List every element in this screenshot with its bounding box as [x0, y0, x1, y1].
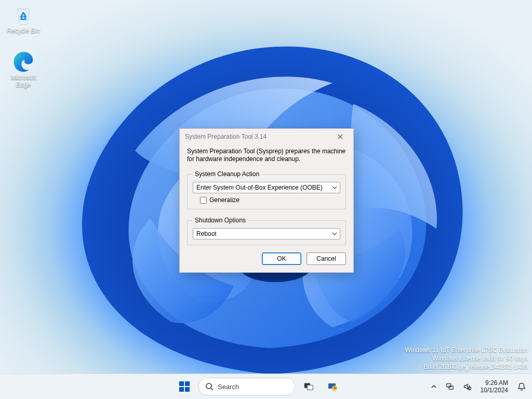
clock-date: 10/1/2024 — [481, 387, 508, 394]
close-button[interactable] — [331, 131, 349, 142]
generalize-checkbox[interactable] — [200, 197, 207, 204]
dialog-title: System Preparation Tool 3.14 — [185, 133, 267, 140]
activation-watermark: Windows 11 IoT Enterprise LTSC Evaluatio… — [405, 346, 528, 371]
sysprep-app-icon — [326, 380, 339, 393]
svg-point-4 — [206, 383, 211, 389]
svg-rect-2 — [179, 387, 184, 392]
taskbar-clock[interactable]: 9:26 AM 10/1/2024 — [478, 379, 510, 394]
dialog-titlebar[interactable]: System Preparation Tool 3.14 — [180, 129, 353, 144]
taskbar-search[interactable]: Search — [198, 378, 295, 395]
start-button[interactable] — [174, 376, 195, 397]
desktop-icon-microsoft-edge[interactable]: Microsoft Edge — [4, 50, 43, 88]
sysprep-dialog: System Preparation Tool 3.14 System Prep… — [179, 128, 354, 273]
chevron-down-icon — [332, 232, 337, 235]
desktop-icon-recycle-bin[interactable]: Recycle Bin — [4, 3, 43, 34]
dialog-description: System Preparation Tool (Sysprep) prepar… — [187, 148, 346, 163]
cleanup-action-group: System Cleanup Action Enter System Out-o… — [187, 170, 346, 209]
shutdown-option-value: Reboot — [196, 230, 217, 237]
generalize-label: Generalize — [209, 196, 240, 204]
cleanup-legend: System Cleanup Action — [193, 170, 261, 178]
cleanup-action-value: Enter System Out-of-Box Experience (OOBE… — [196, 184, 323, 191]
windows-logo-icon — [178, 380, 191, 393]
search-icon — [205, 382, 214, 391]
notifications-button[interactable] — [514, 376, 529, 397]
tray-network[interactable] — [443, 376, 457, 397]
task-view-icon — [303, 381, 314, 392]
desktop[interactable]: Recycle Bin Microsoft Edge Windows 11 Io… — [0, 0, 532, 374]
close-icon — [338, 134, 343, 139]
network-icon — [445, 382, 455, 391]
taskbar-app-sysprep[interactable] — [322, 376, 343, 397]
shutdown-legend: Shutdown Options — [193, 217, 248, 224]
svg-rect-0 — [179, 381, 184, 386]
chevron-up-icon — [431, 383, 437, 390]
svg-rect-3 — [185, 387, 190, 392]
taskbar: Search — [0, 374, 532, 399]
chevron-down-icon — [332, 186, 337, 189]
tray-overflow[interactable] — [429, 376, 439, 397]
svg-rect-6 — [307, 385, 313, 390]
system-tray: 9:26 AM 10/1/2024 — [429, 376, 529, 397]
taskbar-app-task-view[interactable] — [298, 376, 319, 397]
ok-button[interactable]: OK — [262, 252, 301, 265]
desktop-icon-label: Microsoft Edge — [4, 74, 43, 88]
shutdown-options-group: Shutdown Options Reboot — [187, 217, 346, 245]
edge-icon — [12, 50, 35, 73]
cleanup-action-select[interactable]: Enter System Out-of-Box Experience (OOBE… — [193, 182, 340, 193]
cancel-button[interactable]: Cancel — [307, 252, 346, 265]
svg-rect-1 — [185, 381, 190, 386]
search-label: Search — [218, 383, 239, 391]
clock-time: 9:26 AM — [481, 379, 508, 387]
tray-volume[interactable] — [461, 376, 474, 397]
desktop-icon-label: Recycle Bin — [4, 27, 43, 34]
notification-icon — [517, 382, 526, 391]
volume-icon — [463, 382, 472, 391]
shutdown-option-select[interactable]: Reboot — [193, 228, 340, 240]
recycle-bin-icon — [12, 3, 35, 26]
